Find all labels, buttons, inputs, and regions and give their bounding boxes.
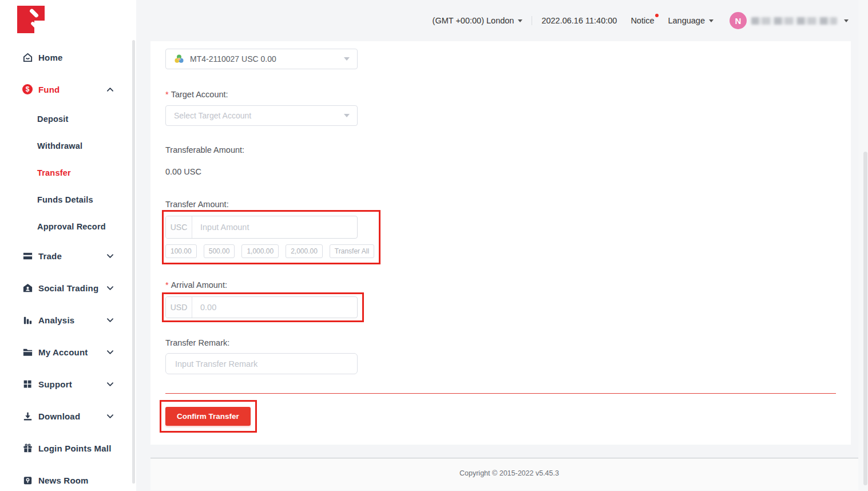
chevron-down-icon <box>107 286 113 290</box>
sidebar-item-download[interactable]: Download <box>0 400 136 432</box>
footer-gap <box>136 445 868 458</box>
server-datetime: 2022.06.16 11:40:00 <box>541 16 617 25</box>
chevron-down-icon <box>107 350 113 354</box>
sidebar-item-label: News Room <box>38 476 89 485</box>
sidebar-item-label: Withdrawal <box>37 141 82 151</box>
sidebar-scrollbar[interactable] <box>132 40 135 484</box>
grid-icon <box>22 378 33 390</box>
user-menu[interactable]: N <box>730 12 849 29</box>
sidebar-item-label: Transfer <box>37 168 71 177</box>
red-divider <box>165 393 836 394</box>
caret-down-icon <box>518 19 522 22</box>
house-person-icon <box>22 282 33 294</box>
sidebar-item-label: Social Trading <box>38 283 98 293</box>
page-scrollbar-thumb[interactable] <box>863 152 867 485</box>
transfer-amount-input-group: USC <box>165 216 358 239</box>
transfer-remark-input[interactable] <box>165 353 358 374</box>
sidebar-item-social-trading[interactable]: Social Trading <box>0 272 136 304</box>
confirm-transfer-button[interactable]: Confirm Transfer <box>165 407 251 426</box>
timezone-selector[interactable]: (GMT +00:00) London <box>433 16 523 25</box>
fund-icon: $ <box>22 84 33 95</box>
caret-down-icon <box>344 114 350 117</box>
source-account-value: MT4-2110027 USC 0.00 <box>190 54 276 64</box>
sidebar-item-label: Analysis <box>38 315 74 325</box>
page-scrollbar[interactable] <box>858 0 868 491</box>
copyright-text: Copyright © 2015-2022 v5.45.3 <box>459 469 559 477</box>
arrival-amount-input-group: USD <box>165 296 358 318</box>
sidebar: Home $ Fund Deposit Withdrawal Transfer … <box>0 0 136 491</box>
wallet-icon <box>22 250 33 262</box>
footer: Copyright © 2015-2022 v5.45.3 <box>150 458 868 490</box>
sidebar-item-label: Login Points Mall <box>38 444 112 453</box>
sidebar-item-login-points-mall[interactable]: Login Points Mall <box>0 432 136 464</box>
transfer-amount-annotation-box: USC 100.00 500.00 1,000.00 2,000.00 Tran… <box>162 210 381 264</box>
arrival-amount-input[interactable] <box>192 297 357 318</box>
arrival-amount-annotation-box: USD <box>162 292 364 322</box>
arrival-amount-label: *Arrival Amount: <box>165 280 836 290</box>
transferable-amount-value: 0.00 USC <box>165 167 836 176</box>
sidebar-item-label: Funds Details <box>37 195 93 204</box>
sidebar-item-label: Approval Record <box>37 222 106 231</box>
brand-logo-icon <box>17 6 45 33</box>
topbar: (GMT +00:00) London 2022.06.16 11:40:00 … <box>136 0 868 41</box>
transfer-all-button[interactable]: Transfer All <box>330 244 374 258</box>
sidebar-item-label: Download <box>38 411 80 421</box>
chevron-down-icon <box>107 254 113 258</box>
sidebar-item-transfer[interactable]: Transfer <box>0 159 136 186</box>
sidebar-item-withdrawal[interactable]: Withdrawal <box>0 132 136 159</box>
quick-amount-button[interactable]: 2,000.00 <box>286 244 323 258</box>
transfer-amount-input[interactable] <box>192 216 357 238</box>
sidebar-item-approval-record[interactable]: Approval Record <box>0 213 136 240</box>
language-selector[interactable]: Language <box>668 16 714 25</box>
quick-amount-button[interactable]: 1,000.00 <box>241 244 279 258</box>
transfer-form-card: MT4-2110027 USC 0.00 *Target Account: Se… <box>150 41 851 445</box>
sidebar-item-label: Support <box>38 379 72 389</box>
sidebar-item-analysis[interactable]: Analysis <box>0 304 136 336</box>
target-account-placeholder: Select Target Account <box>174 111 251 120</box>
sidebar-item-home[interactable]: Home <box>0 41 136 73</box>
bar-chart-icon <box>22 314 33 326</box>
confirm-transfer-annotation-box: Confirm Transfer <box>160 400 257 433</box>
sidebar-item-label: Fund <box>38 85 60 94</box>
avatar[interactable]: N <box>730 12 747 29</box>
caret-down-icon <box>844 19 849 22</box>
currency-prefix: USC <box>166 216 192 238</box>
home-icon <box>22 52 33 63</box>
sidebar-item-fund[interactable]: $ Fund <box>0 73 136 105</box>
sidebar-item-my-account[interactable]: My Account <box>0 336 136 368</box>
transferable-amount-label: Transferable Amount: <box>165 145 836 155</box>
target-account-select[interactable]: Select Target Account <box>165 105 358 126</box>
gift-icon <box>22 442 33 454</box>
transfer-remark-label: Transfer Remark: <box>165 338 836 347</box>
sidebar-item-support[interactable]: Support <box>0 368 136 400</box>
quick-amount-row: 100.00 500.00 1,000.00 2,000.00 Transfer… <box>165 244 374 258</box>
user-name-redacted <box>751 17 837 25</box>
sidebar-item-label: Trade <box>38 251 62 261</box>
mt4-account-icon <box>174 54 184 64</box>
language-label: Language <box>668 16 705 25</box>
news-room-icon <box>22 474 33 486</box>
required-marker: * <box>165 90 169 99</box>
sidebar-item-deposit[interactable]: Deposit <box>0 105 136 132</box>
notice-badge-dot <box>655 14 659 17</box>
notice-button[interactable]: Notice <box>631 16 654 25</box>
main-area: (GMT +00:00) London 2022.06.16 11:40:00 … <box>136 0 868 491</box>
sidebar-item-funds-details[interactable]: Funds Details <box>0 186 136 213</box>
timezone-label: (GMT +00:00) London <box>433 16 514 25</box>
caret-down-icon <box>709 19 714 22</box>
sidebar-item-news-room[interactable]: News Room <box>0 464 136 491</box>
chevron-down-icon <box>107 414 113 418</box>
folder-icon <box>22 346 33 358</box>
sidebar-item-label: Home <box>38 53 62 62</box>
notice-label: Notice <box>631 16 654 25</box>
currency-prefix: USD <box>166 297 192 318</box>
quick-amount-button[interactable]: 100.00 <box>165 244 197 258</box>
target-account-label: *Target Account: <box>165 90 836 99</box>
brand-logo[interactable] <box>0 0 136 41</box>
quick-amount-button[interactable]: 500.00 <box>204 244 235 258</box>
sidebar-item-label: My Account <box>38 347 88 357</box>
download-icon <box>22 410 33 422</box>
source-account-select[interactable]: MT4-2110027 USC 0.00 <box>165 49 358 69</box>
sidebar-item-trade[interactable]: Trade <box>0 240 136 272</box>
sidebar-item-label: Deposit <box>37 114 69 124</box>
